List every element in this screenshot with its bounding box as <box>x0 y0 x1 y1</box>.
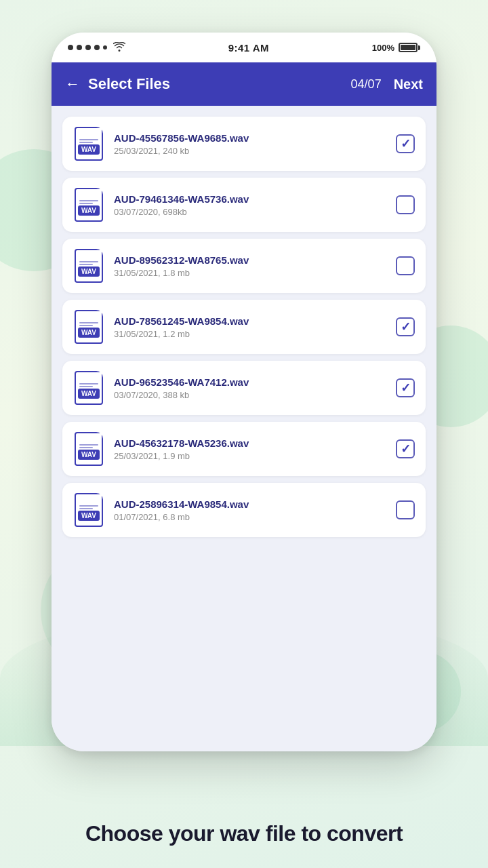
signal-dot-2 <box>77 45 82 50</box>
file-info-4: AUD-96523546-WA7412.wav 03/07/2020, 388 … <box>114 376 386 400</box>
wav-file-icon: WAV <box>75 493 103 527</box>
file-meta: 03/07/2020, 698kb <box>114 207 386 217</box>
file-meta: 25/03/2021, 240 kb <box>114 146 386 156</box>
wav-file-icon: WAV <box>75 371 103 405</box>
status-time: 9:41 AM <box>228 42 269 54</box>
file-icon-3: WAV <box>73 309 104 344</box>
file-icon-4: WAV <box>73 370 104 406</box>
file-info-6: AUD-25896314-WA9854.wav 01/07/2021, 6.8 … <box>114 498 386 522</box>
file-name: AUD-96523546-WA7412.wav <box>114 376 386 388</box>
battery-icon <box>399 43 420 52</box>
file-name: AUD-89562312-WA8765.wav <box>114 254 386 266</box>
list-item[interactable]: WAV AUD-25896314-WA9854.wav 01/07/2021, … <box>62 483 426 537</box>
wav-label: WAV <box>78 205 100 216</box>
signal-dot-1 <box>68 45 73 50</box>
file-checkbox[interactable] <box>396 378 415 397</box>
list-item[interactable]: WAV AUD-96523546-WA7412.wav 03/07/2020, … <box>62 361 426 415</box>
list-item[interactable]: WAV AUD-45567856-WA9685.wav 25/03/2021, … <box>62 117 426 171</box>
file-count: 04/07 <box>351 77 382 92</box>
file-name: AUD-78561245-WA9854.wav <box>114 315 386 327</box>
signal-dot-5 <box>103 45 107 50</box>
wav-file-icon: WAV <box>75 127 103 161</box>
file-checkbox[interactable] <box>396 317 415 336</box>
status-bar: 9:41 AM 100% <box>52 33 436 62</box>
file-meta: 01/07/2021, 6.8 mb <box>114 512 386 522</box>
file-name: AUD-45632178-WA5236.wav <box>114 437 386 449</box>
file-checkbox[interactable] <box>396 256 415 275</box>
file-checkbox[interactable] <box>396 500 415 519</box>
next-button[interactable]: Next <box>394 77 423 92</box>
file-info-2: AUD-89562312-WA8765.wav 31/05/2021, 1.8 … <box>114 254 386 278</box>
list-item[interactable]: WAV AUD-79461346-WA5736.wav 03/07/2020, … <box>62 178 426 232</box>
list-item[interactable]: WAV AUD-78561245-WA9854.wav 31/05/2021, … <box>62 300 426 354</box>
file-checkbox[interactable] <box>396 195 415 214</box>
file-info-3: AUD-78561245-WA9854.wav 31/05/2021, 1.2 … <box>114 315 386 339</box>
wav-file-icon: WAV <box>75 188 103 222</box>
file-icon-2: WAV <box>73 248 104 283</box>
wav-label: WAV <box>78 267 100 277</box>
back-button[interactable]: ← <box>65 75 80 93</box>
file-icon-6: WAV <box>73 492 104 528</box>
wav-file-icon: WAV <box>75 249 103 283</box>
signal-area <box>68 42 125 54</box>
file-meta: 03/07/2020, 388 kb <box>114 390 386 400</box>
wav-label: WAV <box>78 450 100 460</box>
file-meta: 25/03/2021, 1.9 mb <box>114 451 386 461</box>
signal-dot-3 <box>85 45 91 50</box>
file-icon-0: WAV <box>73 126 104 161</box>
wav-file-icon: WAV <box>75 432 103 466</box>
file-icon-1: WAV <box>73 187 104 222</box>
wav-label: WAV <box>78 389 100 399</box>
signal-dot-4 <box>94 45 100 50</box>
file-meta: 31/05/2021, 1.8 mb <box>114 268 386 278</box>
wav-label: WAV <box>78 511 100 521</box>
app-header: ← Select Files 04/07 Next <box>52 62 436 106</box>
wifi-icon <box>113 42 125 54</box>
file-checkbox[interactable] <box>396 134 415 153</box>
list-item[interactable]: WAV AUD-45632178-WA5236.wav 25/03/2021, … <box>62 422 426 476</box>
file-checkbox[interactable] <box>396 439 415 458</box>
file-info-1: AUD-79461346-WA5736.wav 03/07/2020, 698k… <box>114 193 386 217</box>
file-info-5: AUD-45632178-WA5236.wav 25/03/2021, 1.9 … <box>114 437 386 461</box>
file-name: AUD-79461346-WA5736.wav <box>114 193 386 205</box>
wav-label: WAV <box>78 328 100 338</box>
file-list: WAV AUD-45567856-WA9685.wav 25/03/2021, … <box>52 106 436 751</box>
battery-percent: 100% <box>372 43 394 53</box>
tagline: Choose your wav file to convert <box>0 821 488 846</box>
file-info-0: AUD-45567856-WA9685.wav 25/03/2021, 240 … <box>114 132 386 156</box>
file-name: AUD-45567856-WA9685.wav <box>114 132 386 144</box>
battery-area: 100% <box>372 43 420 53</box>
file-name: AUD-25896314-WA9854.wav <box>114 498 386 510</box>
wav-label: WAV <box>78 144 100 155</box>
list-item[interactable]: WAV AUD-89562312-WA8765.wav 31/05/2021, … <box>62 239 426 293</box>
wav-file-icon: WAV <box>75 310 103 344</box>
file-meta: 31/05/2021, 1.2 mb <box>114 329 386 339</box>
file-icon-5: WAV <box>73 431 104 467</box>
page-title: Select Files <box>88 75 351 93</box>
phone-frame: 9:41 AM 100% ← Select Files 04/07 Next <box>52 33 436 751</box>
